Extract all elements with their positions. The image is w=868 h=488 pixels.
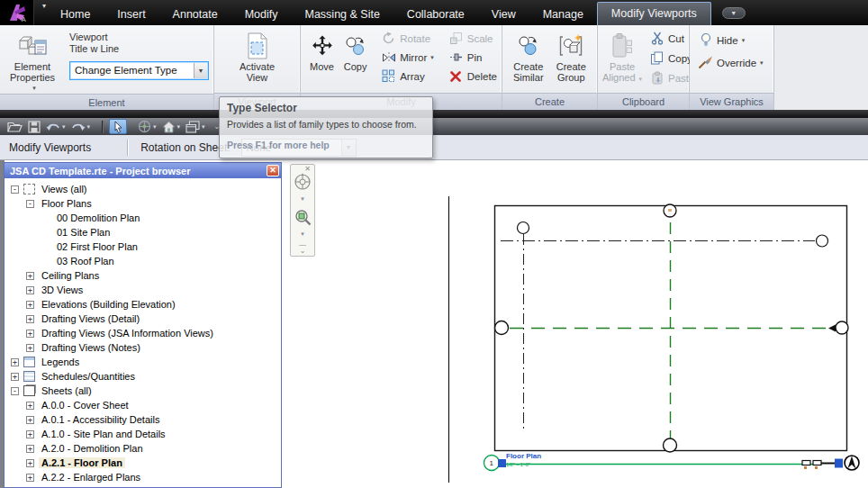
tree-item[interactable]: 00 Demolition Plan <box>5 211 281 225</box>
tree-item[interactable]: -Views (all) <box>5 182 281 196</box>
tree-item[interactable]: +Legends <box>5 355 281 369</box>
grid-bubble-top-left[interactable] <box>518 222 529 234</box>
override-button[interactable]: Override ▾ <box>698 55 764 70</box>
minimize-ribbon-button[interactable]: ▼ <box>722 7 746 19</box>
scale-bar-grip[interactable] <box>815 466 818 469</box>
type-selector-combobox[interactable]: Change Element Type ▼ <box>69 61 209 80</box>
steering-wheel-button[interactable]: ▾ <box>138 119 157 134</box>
grid-bubble-mid-left[interactable] <box>495 321 509 335</box>
mirror-dropdown-icon[interactable]: ▾ <box>430 54 434 61</box>
tree-item[interactable]: -Sheets (all) <box>5 384 281 398</box>
expand-toggle-icon[interactable]: + <box>26 344 34 352</box>
viewport-title-text[interactable]: Floor Plan <box>506 452 541 460</box>
tree-item[interactable]: +A.0.1 - Accessibility Details <box>5 412 281 427</box>
window-switch-dropdown-icon[interactable]: ▾ <box>202 123 205 131</box>
project-browser-titlebar[interactable]: JSA CD Template.rte - Project browser ✕ <box>5 163 281 178</box>
quick-access-dropdown-icon[interactable]: ▾ <box>42 2 46 10</box>
tree-item[interactable]: 02 First Floor Plan <box>5 239 281 254</box>
tree-item[interactable]: +3D Views <box>5 283 281 297</box>
tab-modify-viewports[interactable]: Modify Viewports <box>597 2 711 25</box>
navbar-expand-icon[interactable]: —⌄ <box>299 241 306 254</box>
expand-toggle-icon[interactable]: + <box>26 445 34 453</box>
tree-item[interactable]: +Drafting Views (Detail) <box>5 312 281 326</box>
tab-insert[interactable]: Insert <box>104 4 158 25</box>
tree-item[interactable]: +Schedules/Quantities <box>5 369 281 384</box>
north-arrow-grip[interactable] <box>835 459 843 468</box>
navbar-close-icon[interactable]: ✕ <box>304 165 314 173</box>
tree-item[interactable]: +A.2.1 - Floor Plan <box>5 456 281 470</box>
expand-toggle-icon[interactable]: + <box>26 459 34 467</box>
tab-view[interactable]: View <box>478 4 529 25</box>
tree-item[interactable]: +A.1.0 - Site Plan and Details <box>5 427 281 441</box>
zoom-nav-button[interactable] <box>294 209 312 230</box>
hide-dropdown-icon[interactable]: ▾ <box>742 37 746 44</box>
array-button[interactable]: Array <box>381 68 434 84</box>
expand-toggle-icon[interactable]: + <box>11 358 19 366</box>
expand-toggle-icon[interactable]: + <box>26 286 34 294</box>
copy-button[interactable]: Copy <box>339 28 372 73</box>
type-selector-dropdown-icon[interactable]: ▼ <box>194 63 207 78</box>
close-icon[interactable]: ✕ <box>267 165 279 176</box>
expand-toggle-icon[interactable]: + <box>11 373 19 381</box>
redo-button[interactable]: ▾ <box>71 119 91 134</box>
steering-wheel-nav-dropdown-icon[interactable]: ▾ <box>301 195 304 203</box>
default-3d-view-button[interactable]: ▾ <box>162 119 181 134</box>
tree-item[interactable]: -Floor Plans <box>5 196 281 211</box>
tree-item[interactable]: +Drafting Views (Notes) <box>5 340 281 355</box>
expand-toggle-icon[interactable]: + <box>26 330 34 338</box>
tree-item[interactable]: +Ceiling Plans <box>5 268 281 283</box>
move-button[interactable]: Move <box>305 28 339 73</box>
paste-aligned-button[interactable]: Paste Aligned▾ <box>602 28 642 84</box>
tree-item[interactable]: 01 Site Plan <box>5 225 281 239</box>
hide-button[interactable]: Hide ▾ <box>698 32 764 48</box>
create-group-button[interactable]: Create Group <box>550 28 593 83</box>
save-button[interactable] <box>28 119 41 134</box>
cut-button[interactable]: Cut <box>649 31 694 46</box>
collapse-toggle-icon[interactable]: - <box>26 200 34 208</box>
scale-bar-grip[interactable] <box>804 466 807 469</box>
scale-button[interactable]: Scale <box>448 31 497 46</box>
tab-modify[interactable]: Modify <box>231 4 292 25</box>
tree-item[interactable]: +A.0.0 - Cover Sheet <box>5 398 281 412</box>
open-button[interactable] <box>7 119 23 134</box>
tree-item[interactable]: +Elevations (Building Elevation) <box>5 297 281 312</box>
tree-item[interactable]: +A.2.2 - Enlarged Plans <box>5 470 281 484</box>
delete-button[interactable]: Delete <box>448 68 497 84</box>
grid-bubble-bottom-center[interactable] <box>664 438 677 452</box>
expand-toggle-icon[interactable]: + <box>26 272 34 280</box>
application-menu-button[interactable]: A ▾ <box>0 0 34 25</box>
grid-bubble-mid-right[interactable] <box>836 321 848 334</box>
selection-grip[interactable] <box>498 459 506 467</box>
tree-item[interactable]: +Drafting Views (JSA Information Views) <box>5 326 281 340</box>
activate-view-button[interactable]: Activate View <box>232 28 283 83</box>
expand-toggle-icon[interactable]: + <box>26 402 34 410</box>
collapse-toggle-icon[interactable]: - <box>11 387 19 395</box>
undo-dropdown-icon[interactable]: ▾ <box>62 123 66 131</box>
element-properties-button[interactable]: Element Properties ▾ <box>5 28 60 94</box>
tab-home[interactable]: Home <box>47 4 104 25</box>
tab-collaborate[interactable]: Collaborate <box>393 4 478 25</box>
paste-button[interactable]: Paste <box>649 70 694 86</box>
tree-item[interactable]: 03 Roof Plan <box>5 254 281 268</box>
tab-massing-site[interactable]: Massing & Site <box>291 4 393 25</box>
copy-to-clipboard-button[interactable]: Copy <box>649 50 694 66</box>
modify-pointer-button[interactable] <box>109 119 127 134</box>
collapse-toggle-icon[interactable]: - <box>11 185 19 194</box>
expand-toggle-icon[interactable]: + <box>26 315 34 323</box>
tab-manage[interactable]: Manage <box>529 4 597 25</box>
expand-toggle-icon[interactable]: + <box>26 430 34 438</box>
expand-toggle-icon[interactable]: + <box>26 416 34 424</box>
tree-item[interactable]: +A.2.0 - Demolition Plan <box>5 441 281 456</box>
create-similar-button[interactable]: Create Similar <box>507 28 550 83</box>
expand-toggle-icon[interactable]: + <box>26 474 34 482</box>
window-switch-button[interactable]: ▾ <box>185 119 205 134</box>
redo-dropdown-icon[interactable]: ▾ <box>87 123 91 131</box>
expand-toggle-icon[interactable]: + <box>26 301 34 309</box>
undo-button[interactable]: ▾ <box>46 119 66 134</box>
override-dropdown-icon[interactable]: ▾ <box>760 59 764 67</box>
tab-annotate[interactable]: Annotate <box>159 4 231 25</box>
steering-wheel-nav-button[interactable] <box>294 173 312 194</box>
mirror-button[interactable]: Mirror ▾ <box>381 50 434 65</box>
default-3d-view-dropdown-icon[interactable]: ▾ <box>177 123 181 131</box>
steering-wheel-dropdown-icon[interactable]: ▾ <box>153 123 157 131</box>
